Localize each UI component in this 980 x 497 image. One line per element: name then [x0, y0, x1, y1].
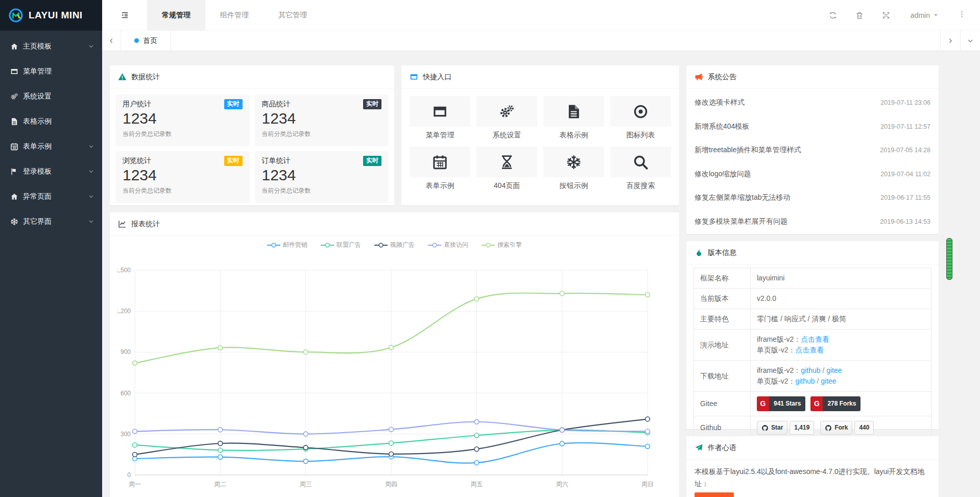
fullscreen-button[interactable]: [873, 11, 899, 19]
sidebar-item-1-主页模板[interactable]: 主页模板: [0, 34, 102, 59]
quick-entry-grid: 菜单管理系统设置表格示例图标列表表单示例404页面按钮示例百度搜索: [401, 89, 679, 196]
clear-cache-button[interactable]: [846, 11, 873, 19]
tab-scroll-left-button[interactable]: [102, 31, 121, 51]
github-Star-count[interactable]: 1,419: [790, 421, 814, 435]
quick-entry-系统设置[interactable]: 系统设置: [476, 96, 537, 140]
quick-entry-表格示例[interactable]: 表格示例: [543, 96, 604, 140]
quick-entry-404页面[interactable]: 404页面: [476, 147, 537, 191]
svg-text:1,500: 1,500: [117, 267, 131, 274]
notice-text: 修复多模块菜单栏展开有问题: [695, 217, 787, 226]
scrollbar-thumb[interactable]: [946, 238, 952, 280]
notice-text: 新增系统404模板: [695, 122, 749, 131]
flag-icon: [10, 168, 18, 176]
chevron-down-icon: [88, 218, 94, 225]
notice-date: 2019-06-13 14:53: [880, 218, 930, 225]
link-github[interactable]: github: [801, 366, 820, 374]
header-nav-tab-1[interactable]: 常规管理: [147, 0, 205, 30]
sidebar-item-label: 主页模板: [23, 42, 88, 51]
legend-item-直接访问[interactable]: 直接访问: [428, 241, 468, 249]
panel-report-title: 报表统计: [131, 220, 160, 229]
chevron-down-icon: [88, 193, 94, 200]
panel-data-stats-header: 数据统计: [110, 65, 394, 89]
panel-quick-entry-header: 快捷入口: [401, 65, 679, 89]
tab-home[interactable]: 首页: [121, 31, 171, 51]
topbar-right: admin: [820, 0, 980, 30]
sidebar-item-6-登录模板[interactable]: 登录模板: [0, 159, 102, 184]
panel-data-stats-title: 数据统计: [131, 73, 160, 82]
sidebar-item-5-表单示例[interactable]: 表单示例: [0, 134, 102, 159]
more-menu-button[interactable]: [950, 10, 971, 20]
layui-doc-button[interactable]: layui文档: [695, 492, 734, 497]
link-点击查看[interactable]: 点击查看: [801, 335, 829, 343]
github-Star-button[interactable]: Star: [757, 421, 787, 435]
legend-item-联盟广告[interactable]: 联盟广告: [321, 241, 361, 249]
panel-notice-header: 系统公告: [686, 65, 939, 89]
quick-entry-label: 图标列表: [610, 131, 671, 140]
notice-date: 2019-06-17 11:55: [880, 194, 930, 201]
status-badge: 实时: [363, 156, 381, 166]
github-Star-group: Star1,419: [757, 421, 814, 435]
svg-text:1,200: 1,200: [117, 307, 131, 315]
link-gitee[interactable]: gitee: [826, 366, 842, 374]
legend-label: 联盟广告: [337, 241, 361, 249]
version-row-value: G941 StarsG278 Forks: [751, 392, 931, 416]
tab-operations-button[interactable]: [960, 31, 980, 51]
legend-marker-icon: [267, 243, 280, 248]
gitee-badge-278 Forks[interactable]: G278 Forks: [810, 396, 861, 411]
version-row-label: 框架名称: [694, 268, 751, 289]
hourglass-icon: [499, 154, 515, 170]
sidebar-item-7-异常页面[interactable]: 异常页面: [0, 184, 102, 209]
legend-item-视频广告[interactable]: 视频广告: [374, 241, 415, 249]
topbar: 常规管理组件管理其它管理 admin: [102, 0, 980, 31]
github-Fork-button[interactable]: Fork: [820, 421, 852, 435]
quick-entry-百度搜索[interactable]: 百度搜索: [610, 147, 671, 191]
chevron-down-icon: [88, 168, 94, 175]
gitee-badge-label: 278 Forks: [823, 396, 861, 411]
tab-home-label: 首页: [143, 36, 157, 45]
quick-entry-表单示例[interactable]: 表单示例: [410, 147, 470, 191]
gitee-badge-941 Stars[interactable]: G941 Stars: [757, 396, 805, 411]
link-点击查看[interactable]: 点击查看: [795, 346, 824, 354]
github-Fork-group: Fork440: [820, 421, 874, 435]
chart-legend: 邮件营销联盟广告视频广告直接访问搜索引擎: [110, 236, 679, 249]
report-line-chart: 周一周二周三周四周五周六周日03006009001,2001,500: [117, 252, 672, 492]
legend-item-邮件营销[interactable]: 邮件营销: [267, 241, 307, 249]
legend-item-搜索引擎[interactable]: 搜索引擎: [482, 241, 522, 249]
notice-text: 修改选项卡样式: [695, 98, 745, 107]
legend-marker-icon: [321, 243, 334, 248]
quick-entry-图标列表[interactable]: 图标列表: [610, 96, 671, 140]
version-row-value: iframe版-v2：github / gitee单页版-v2：github /…: [751, 361, 931, 392]
legend-marker-icon: [374, 243, 388, 248]
quick-entry-菜单管理[interactable]: 菜单管理: [410, 96, 470, 140]
version-row-label: Gitee: [694, 392, 751, 416]
svg-text:周四: 周四: [385, 481, 397, 488]
user-dropdown[interactable]: admin: [899, 11, 950, 19]
refresh-button[interactable]: [820, 11, 846, 19]
notice-item-2: 新增系统404模板2019-07-11 12:57: [695, 115, 930, 139]
panel-author: 作者心语 本模板基于layui2.5.4以及font-awesome-4.7.0…: [686, 436, 939, 497]
version-row-value: iframe版-v2：点击查看单页版-v2：点击查看: [751, 329, 931, 361]
quick-entry-按钮示例[interactable]: 按钮示例: [543, 147, 604, 191]
notice-date: 2019-07-11 23:06: [880, 99, 930, 106]
chevron-left-icon: [108, 37, 115, 44]
tab-scroll-right-button[interactable]: [940, 31, 960, 51]
svg-text:600: 600: [121, 390, 131, 397]
legend-marker-icon: [482, 243, 495, 248]
github-Fork-count[interactable]: 440: [854, 421, 874, 435]
sidebar-item-label: 系统设置: [23, 92, 94, 101]
app-title: LAYUI MINI: [29, 10, 83, 21]
sidebar-toggle-button[interactable]: [102, 0, 147, 30]
sidebar-item-3-系统设置[interactable]: 系统设置: [0, 84, 102, 109]
link-github[interactable]: github: [795, 377, 815, 385]
sidebar-item-8-其它界面[interactable]: 其它界面: [0, 209, 102, 234]
outdent-icon: [121, 11, 129, 19]
layui-logo-icon: [8, 8, 23, 23]
stat-card-label: 订单统计: [262, 156, 291, 165]
sidebar-item-2-菜单管理[interactable]: 菜单管理: [0, 59, 102, 84]
version-row-下载地址: 下载地址iframe版-v2：github / gitee单页版-v2：gith…: [694, 361, 931, 392]
sidebar-item-4-表格示例[interactable]: 表格示例: [0, 109, 102, 134]
header-nav-tab-2[interactable]: 组件管理: [205, 0, 264, 30]
link-gitee[interactable]: gitee: [821, 377, 836, 385]
notice-item-6: 修复多模块菜单栏展开有问题2019-06-13 14:53: [695, 210, 930, 234]
header-nav-tab-3[interactable]: 其它管理: [264, 0, 322, 30]
